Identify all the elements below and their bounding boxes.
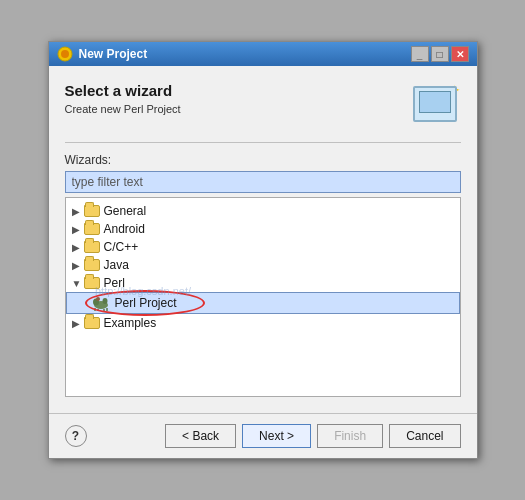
minimize-button[interactable]: _	[411, 46, 429, 62]
tree-item-cpp[interactable]: ▶ C/C++	[66, 238, 460, 256]
tree-label-perl: Perl	[104, 276, 125, 290]
expand-arrow-examples: ▶	[72, 318, 84, 329]
expand-arrow-perl: ▼	[72, 278, 84, 289]
page-title: Select a wizard	[65, 82, 181, 99]
page-subtitle: Create new Perl Project	[65, 103, 181, 115]
close-button[interactable]: ✕	[451, 46, 469, 62]
folder-icon-examples	[84, 317, 100, 329]
folder-icon-java	[84, 259, 100, 271]
folder-icon-perl	[84, 277, 100, 289]
folder-icon-general	[84, 205, 100, 217]
tree-label-cpp: C/C++	[104, 240, 139, 254]
header-text: Select a wizard Create new Perl Project	[65, 82, 181, 115]
main-content: Select a wizard Create new Perl Project …	[49, 66, 477, 413]
tree-item-java[interactable]: ▶ Java	[66, 256, 460, 274]
camel-icon	[91, 295, 111, 311]
filter-input[interactable]	[65, 171, 461, 193]
next-button[interactable]: Next >	[242, 424, 311, 448]
folder-icon-cpp	[84, 241, 100, 253]
tree-item-android[interactable]: ▶ Android	[66, 220, 460, 238]
expand-arrow-general: ▶	[72, 206, 84, 217]
wizard-icon: ✦	[413, 82, 461, 130]
footer-buttons: < Back Next > Finish Cancel	[165, 424, 460, 448]
window-icon	[57, 46, 73, 62]
footer: ? < Back Next > Finish Cancel	[49, 413, 477, 458]
header-section: Select a wizard Create new Perl Project …	[65, 82, 461, 130]
svg-point-1	[61, 50, 69, 58]
window-title: New Project	[79, 47, 148, 61]
wizards-label: Wizards:	[65, 153, 461, 167]
svg-point-4	[102, 298, 107, 304]
titlebar-left: New Project	[57, 46, 148, 62]
back-button[interactable]: < Back	[165, 424, 236, 448]
tree-label-examples: Examples	[104, 316, 157, 330]
cancel-button[interactable]: Cancel	[389, 424, 460, 448]
header-divider	[65, 142, 461, 143]
expand-arrow-android: ▶	[72, 224, 84, 235]
tree-label-perl-project: Perl Project	[115, 296, 177, 310]
maximize-button[interactable]: □	[431, 46, 449, 62]
tree-label-android: Android	[104, 222, 145, 236]
help-button[interactable]: ?	[65, 425, 87, 447]
titlebar-controls: _ □ ✕	[411, 46, 469, 62]
new-project-window: New Project _ □ ✕ Select a wizard Create…	[48, 41, 478, 459]
tree-label-java: Java	[104, 258, 129, 272]
monitor-screen	[419, 91, 451, 113]
titlebar: New Project _ □ ✕	[49, 42, 477, 66]
svg-point-5	[96, 297, 100, 301]
tree-container[interactable]: ▶ General ▶ Android ▶ C/C++ ▶ Java	[65, 197, 461, 397]
tree-item-general[interactable]: ▶ General	[66, 202, 460, 220]
expand-arrow-java: ▶	[72, 260, 84, 271]
tree-item-perl-project[interactable]: Perl Project	[66, 292, 460, 314]
tree-item-perl[interactable]: ▼ Perl	[66, 274, 460, 292]
tree-item-examples[interactable]: ▶ Examples	[66, 314, 460, 332]
finish-button[interactable]: Finish	[317, 424, 383, 448]
monitor-icon	[413, 86, 457, 122]
folder-icon-android	[84, 223, 100, 235]
tree-label-general: General	[104, 204, 147, 218]
footer-left: ?	[65, 425, 87, 447]
expand-arrow-cpp: ▶	[72, 242, 84, 253]
